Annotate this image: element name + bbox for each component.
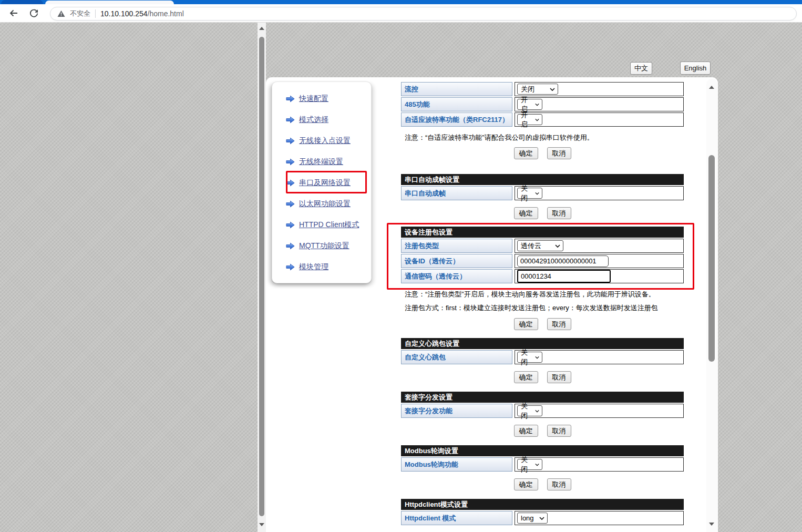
button-row: 确定 取消 <box>401 147 684 159</box>
row-label: 485功能 <box>401 97 512 111</box>
sidebar-item-wireless-sta[interactable]: 无线终端设置 <box>286 151 371 172</box>
row-label: 通信密码（透传云） <box>401 269 512 283</box>
chevron-down-icon <box>535 192 539 195</box>
ok-button[interactable]: 确定 <box>514 425 538 437</box>
left-scrollbar-thumb[interactable] <box>259 37 264 516</box>
sidebar-item-label: 无线终端设置 <box>299 157 343 167</box>
chevron-down-icon <box>535 356 539 359</box>
row-label: 串口自动成帧 <box>401 186 512 200</box>
row-label: 套接字分发功能 <box>401 404 512 418</box>
socket-distribution-section: 套接字分发设置 套接字分发功能 关闭 <box>401 392 684 418</box>
section-title: 设备注册包设置 <box>401 227 684 238</box>
cancel-button[interactable]: 取消 <box>547 147 571 159</box>
sidebar-item-ethernet[interactable]: 以太网功能设置 <box>286 193 371 214</box>
section-title: 自定义心跳包设置 <box>401 338 684 349</box>
httpdclient-mode-select[interactable]: long <box>517 513 548 524</box>
cancel-button[interactable]: 取消 <box>547 371 571 383</box>
row-label: 自适应波特率功能（类RFC2117） <box>401 112 512 127</box>
sidebar-item-wireless-ap[interactable]: 无线接入点设置 <box>286 130 371 151</box>
sidebar-item-label: 快速配置 <box>299 94 328 104</box>
blue-arrow-icon <box>286 242 295 250</box>
auto-framing-select[interactable]: 关闭 <box>517 188 542 199</box>
table-row: 自定义心跳包 关闭 <box>401 350 684 364</box>
chevron-down-icon <box>535 463 539 466</box>
section-title: Httpdclient模式设置 <box>401 499 684 510</box>
sidebar-item-mode-select[interactable]: 模式选择 <box>286 109 371 130</box>
address-bar[interactable]: 不安全 10.10.100.254/home.html <box>50 7 797 21</box>
device-id-input[interactable] <box>517 255 609 267</box>
reload-button[interactable] <box>26 6 41 21</box>
table-row: 套接字分发功能 关闭 <box>401 404 684 418</box>
select-value: long <box>521 514 534 522</box>
modbus-section: Modbus轮询设置 Modbus轮询功能 关闭 <box>401 445 684 472</box>
back-button[interactable] <box>6 6 21 21</box>
cancel-button[interactable]: 取消 <box>547 425 571 437</box>
scroll-up-arrow-icon[interactable] <box>709 86 714 89</box>
scroll-down-arrow-icon[interactable] <box>259 523 264 526</box>
select-value: 关闭 <box>521 184 532 203</box>
content-scrollbar-thumb[interactable] <box>708 155 715 362</box>
ok-button[interactable]: 确定 <box>514 147 538 159</box>
heartbeat-section: 自定义心跳包设置 自定义心跳包 关闭 <box>401 338 684 364</box>
rs485-select[interactable]: 开启 <box>517 99 542 110</box>
auto-framing-section: 串口自动成帧设置 串口自动成帧 关闭 <box>401 174 684 200</box>
cancel-button[interactable]: 取消 <box>547 478 571 490</box>
table-row: 485功能 开启 <box>401 97 684 111</box>
url-path: /home.html <box>148 9 184 18</box>
button-row: 确定 取消 <box>401 425 684 437</box>
sidebar-item-httpd-client[interactable]: HTTPD Client模式 <box>286 214 371 236</box>
table-row: 设备ID（透传云） <box>401 254 684 268</box>
chevron-down-icon <box>550 88 555 91</box>
sidebar-item-label: 以太网功能设置 <box>299 199 351 209</box>
table-row: 通信密码（透传云） <box>401 269 684 283</box>
browser-tab[interactable] <box>1 0 43 4</box>
socket-distribution-select[interactable]: 关闭 <box>517 405 542 416</box>
section-title: 套接字分发设置 <box>401 392 684 403</box>
button-row: 确定 取消 <box>401 318 684 330</box>
flow-control-select[interactable]: 关闭 <box>517 84 558 95</box>
sidebar-item-serial-network[interactable]: 串口及网络设置 <box>286 172 371 193</box>
row-label: 自定义心跳包 <box>401 350 512 364</box>
heartbeat-select[interactable]: 关闭 <box>517 352 542 363</box>
cancel-button[interactable]: 取消 <box>547 207 571 219</box>
ok-button[interactable]: 确定 <box>514 371 538 383</box>
chinese-language-button[interactable]: 中文 <box>630 62 652 75</box>
browser-active-tab[interactable] <box>45 1 174 4</box>
sidebar-item-quick-config[interactable]: 快速配置 <box>286 88 371 109</box>
scroll-up-arrow-icon[interactable] <box>259 27 264 30</box>
english-language-button[interactable]: English <box>680 62 711 75</box>
arrow-left-icon <box>8 8 19 18</box>
select-value: 透传云 <box>521 241 541 251</box>
content-scrollbar[interactable] <box>706 79 717 532</box>
adaptive-baudrate-select[interactable]: 开启 <box>517 114 542 125</box>
sidebar-item-module-manage[interactable]: 模块管理 <box>286 257 371 278</box>
sidebar-item-mqtt[interactable]: MQTT功能设置 <box>286 236 371 257</box>
blue-arrow-icon <box>286 158 295 166</box>
select-value: 开启 <box>521 110 532 129</box>
note-register-mode: 注册包方式：first：模块建立连接时发送注册包；every：每次发送数据时发送… <box>401 304 684 312</box>
sidebar-item-label: 串口及网络设置 <box>299 178 351 188</box>
ok-button[interactable]: 确定 <box>514 207 538 219</box>
row-label: 设备ID（透传云） <box>401 254 512 268</box>
register-type-select[interactable]: 透传云 <box>517 240 563 251</box>
chevron-down-icon <box>535 103 539 106</box>
ok-button[interactable]: 确定 <box>514 318 538 330</box>
comm-password-input[interactable] <box>517 270 611 283</box>
note-adaptive-baudrate: 注意：“自适应波特率功能”请配合我公司的虚拟串口软件使用。 <box>401 134 684 142</box>
left-scrollbar[interactable] <box>258 23 266 532</box>
scroll-down-arrow-icon[interactable] <box>709 523 714 526</box>
security-status-label: 不安全 <box>70 9 90 18</box>
select-value: 关闭 <box>521 402 532 421</box>
cancel-button[interactable]: 取消 <box>547 318 571 330</box>
blue-arrow-icon <box>286 200 295 208</box>
table-row: Modbus轮询功能 关闭 <box>401 457 684 472</box>
table-row: Httpdclient 模式 long <box>401 511 684 525</box>
section-title: 串口自动成帧设置 <box>401 174 684 185</box>
ok-button[interactable]: 确定 <box>514 478 538 490</box>
button-row: 确定 取消 <box>401 371 684 383</box>
modbus-polling-select[interactable]: 关闭 <box>517 459 542 470</box>
sidebar-item-label: MQTT功能设置 <box>299 241 349 251</box>
chevron-down-icon <box>535 118 539 121</box>
blue-arrow-icon <box>286 137 295 145</box>
browser-tab-strip <box>0 0 802 4</box>
